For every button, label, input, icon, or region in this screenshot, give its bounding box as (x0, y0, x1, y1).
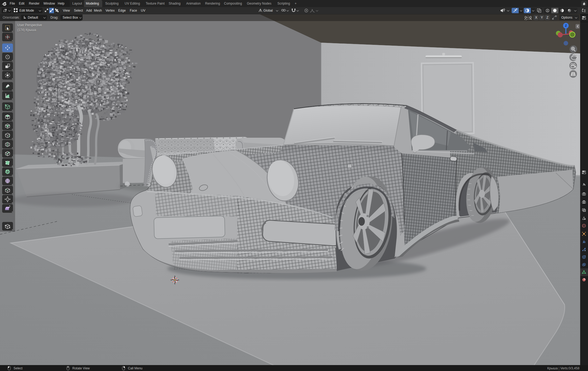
svg-text:Z: Z (565, 24, 567, 27)
